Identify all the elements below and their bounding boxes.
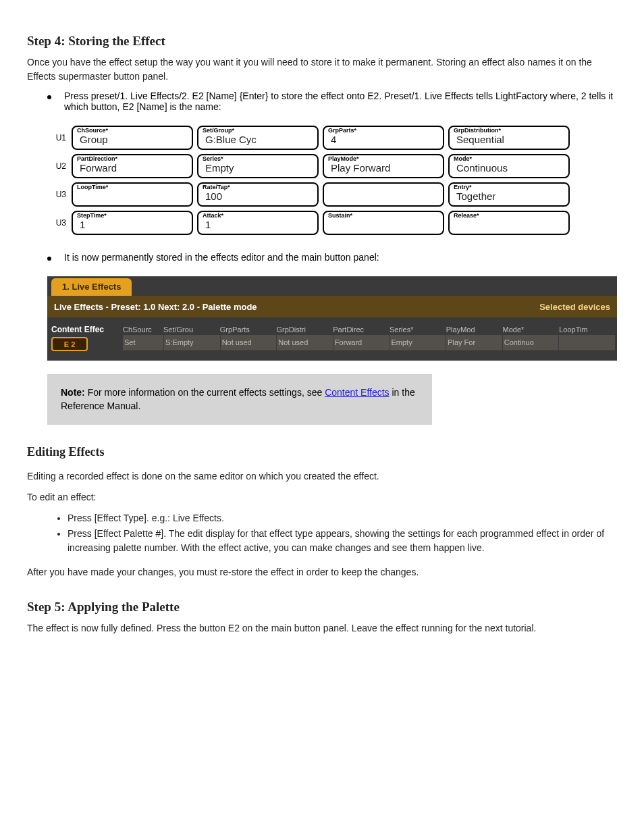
param-value: 100 (203, 190, 313, 202)
param-caption: Entry* (454, 184, 564, 190)
note-title: Note: (61, 387, 85, 398)
parameter-grid: U1ChSource*GroupSet/Group*G:Blue CycGrpP… (47, 126, 570, 235)
val-grpparts[interactable]: Not used (221, 335, 277, 351)
param-cell[interactable]: Attack*1 (197, 211, 319, 235)
param-row: U1ChSource*GroupSet/Group*G:Blue CycGrpP… (47, 126, 570, 150)
param-cell[interactable]: StepTime*1 (72, 211, 193, 235)
col-playmod: PlayMod (446, 324, 503, 335)
intro-text: Once you have the effect setup the way y… (27, 55, 617, 84)
col-grpparts: GrpParts (220, 324, 277, 335)
col-chsource: ChSourc (123, 324, 163, 335)
panel-selected-devices: Selected devices (539, 302, 610, 312)
val-series[interactable]: Empty (390, 335, 447, 351)
col-mode: Mode* (503, 324, 560, 335)
tab-live-effects[interactable]: 1. Live Effects (51, 278, 132, 296)
param-cell[interactable]: Entry*Together (448, 182, 570, 207)
param-caption: GrpDistribution* (454, 127, 564, 134)
col-setgroup: Set/Grou (163, 324, 220, 335)
row-label: U3 (47, 182, 68, 207)
effects-editor-panel: 1. Live Effects Live Effects - Preset: 1… (47, 276, 617, 361)
val-chsource[interactable]: Set (123, 335, 164, 351)
col-partdirec: PartDirec (333, 324, 390, 335)
param-cell[interactable]: PartDirection*Forward (72, 154, 193, 178)
param-value: Group (77, 134, 188, 145)
column-header-row: Content Effec ChSourc Set/Grou GrpParts … (51, 324, 616, 335)
param-cell[interactable] (323, 182, 444, 207)
param-caption: ChSource* (77, 127, 188, 134)
param-caption: LoopTime* (77, 184, 188, 190)
param-cell[interactable]: Rate/Tap*100 (197, 182, 319, 207)
edit-p3: After you have made your changes, you mu… (27, 565, 617, 579)
param-caption: Release* (454, 212, 564, 219)
edit-p2: To edit an effect: (27, 490, 617, 504)
edit-li1: Press [Effect Type]. e.g.: Live Effects. (68, 511, 617, 525)
param-value: 4 (328, 134, 439, 145)
param-row: U3LoopTime* Rate/Tap*100 Entry*Together (47, 182, 570, 207)
param-caption: Mode* (454, 155, 564, 162)
param-row: U3StepTime*1Attack*1Sustain* Release* (47, 211, 570, 235)
val-looptim[interactable] (559, 335, 616, 351)
param-caption: GrpParts* (328, 127, 439, 134)
param-value: 1 (77, 219, 188, 230)
param-caption: Series* (203, 155, 313, 162)
param-cell[interactable]: PlayMode*Play Forward (323, 154, 444, 178)
param-value: Forward (77, 162, 188, 174)
val-playmod[interactable]: Play For (446, 335, 503, 351)
col-looptim: LoopTim (559, 324, 616, 335)
val-grpdistri[interactable]: Not used (277, 335, 333, 351)
stored-confirmation: It is now permanently stored in the effe… (47, 252, 617, 263)
store-instruction: Press preset/1. Live Effects/2. E2 [Name… (47, 90, 617, 112)
param-caption: Sustain* (328, 212, 439, 219)
val-partdirec[interactable]: Forward (333, 335, 390, 351)
param-value (454, 219, 564, 230)
step5-p: The effect is now fully defined. Press t… (27, 621, 617, 635)
content-effect-label: Content Effec (51, 325, 123, 334)
param-value (77, 190, 188, 202)
param-value: Play Forward (328, 162, 439, 174)
heading-step4: Step 4: Storing the Effect (27, 34, 617, 49)
col-series: Series* (390, 324, 446, 335)
param-caption: PartDirection* (77, 155, 188, 162)
effect-pill-e2[interactable]: E 2 (51, 337, 88, 351)
row-label: U2 (47, 154, 68, 178)
param-cell[interactable]: Series*Empty (197, 154, 319, 178)
param-cell[interactable]: GrpParts*4 (323, 126, 444, 150)
val-mode[interactable]: Continuo (503, 335, 560, 351)
param-cell[interactable]: GrpDistribution*Sequential (448, 126, 570, 150)
param-caption: Attack* (203, 212, 313, 219)
note-before-link: For more information on the current effe… (85, 387, 325, 398)
val-setgroup[interactable]: S:Empty (164, 335, 221, 351)
param-value: G:Blue Cyc (203, 134, 313, 145)
edit-p1: Editing a recorded effect is done on the… (27, 469, 617, 484)
link-content-effects[interactable]: Content Effects (325, 387, 389, 398)
effect-row[interactable]: E 2 Set S:Empty Not used Not used Forwar… (51, 335, 616, 351)
param-cell[interactable]: LoopTime* (72, 182, 193, 207)
param-value: Together (454, 190, 564, 202)
panel-title: Live Effects - Preset: 1.0 Next: 2.0 - P… (54, 302, 257, 312)
param-value: 1 (203, 219, 313, 230)
param-value: Sequential (454, 134, 564, 145)
param-cell[interactable]: Sustain* (323, 211, 444, 235)
note-box: Note: For more information on the curren… (47, 374, 432, 425)
param-row: U2PartDirection*ForwardSeries*EmptyPlayM… (47, 154, 570, 178)
param-caption: StepTime* (77, 212, 188, 219)
param-caption: PlayMode* (328, 155, 439, 162)
param-cell[interactable]: Release* (448, 211, 570, 235)
param-caption: Set/Group* (203, 127, 313, 134)
param-value (328, 219, 439, 230)
col-grpdistri: GrpDistri (277, 324, 333, 335)
row-label: U3 (47, 211, 68, 235)
heading-editing-effects: Editing Effects (27, 445, 617, 459)
param-value: Empty (203, 162, 313, 174)
param-caption: Rate/Tap* (203, 184, 313, 190)
heading-step5: Step 5: Applying the Palette (27, 600, 617, 615)
param-value: Continuous (454, 162, 564, 174)
param-cell[interactable]: ChSource*Group (72, 126, 193, 150)
param-cell[interactable]: Mode*Continuous (448, 154, 570, 178)
row-label: U1 (47, 126, 68, 150)
edit-li2: Press [Effect Palette #]. The edit displ… (68, 527, 617, 555)
param-cell[interactable]: Set/Group*G:Blue Cyc (197, 126, 319, 150)
